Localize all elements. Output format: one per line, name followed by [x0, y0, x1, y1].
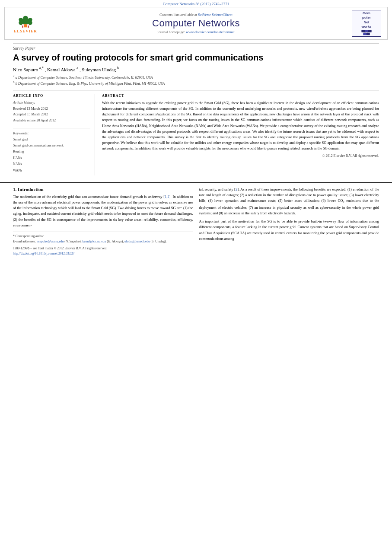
- email-n-name: (N. Saputro),: [64, 239, 82, 243]
- svg-rect-14: [363, 32, 367, 35]
- svg-rect-11: [361, 30, 365, 32]
- svg-point-5: [19, 18, 23, 22]
- journal-header-center: Contents lists available at SciVerse Sci…: [43, 13, 349, 34]
- intro-section-title: 1. Introduction: [13, 187, 193, 192]
- authors-line: Nico Saputro a,* , Kemal Akkaya a , Sule…: [13, 66, 379, 72]
- intro-para2-right: An important part of the motivation for …: [199, 219, 379, 242]
- sciverse-line: Contents lists available at SciVerse Sci…: [43, 13, 349, 17]
- abstract-text: With the recent initiatives to upgrade t…: [102, 100, 379, 152]
- journal-header: ELSEVIER Contents lists available at Sci…: [4, 7, 388, 40]
- doi-text: http://dx.doi.org/10.1016/j.comnet.2012.…: [13, 251, 193, 256]
- journal-title-main: Computer Networks: [43, 18, 349, 29]
- keyword-4: HANs: [13, 155, 90, 161]
- elsevier-logo-area: ELSEVIER: [8, 13, 43, 33]
- history-label: Article history:: [13, 100, 90, 105]
- intro-para1-right: tal, security, and safety [2]. As a resu…: [199, 187, 379, 216]
- keyword-5: NANs: [13, 161, 90, 167]
- svg-point-6: [28, 18, 32, 22]
- author-nico: Nico Saputro: [13, 67, 38, 72]
- available-date: Available online 20 April 2012: [13, 118, 90, 124]
- cn-logo-box: ComputerNetworks: [352, 10, 381, 37]
- keyword-1: Smart grid: [13, 137, 90, 143]
- sciverse-prefix: Contents lists available at: [159, 13, 198, 17]
- keyword-6: WANs: [13, 168, 90, 174]
- keyword-3: Routing: [13, 149, 90, 155]
- intro-para1-left: The modernization of the electricity gri…: [13, 194, 193, 228]
- svg-point-10: [27, 24, 29, 25]
- keywords-section: Keywords: Smart grid Smart grid communic…: [13, 128, 90, 174]
- keyword-2: Smart grid communications network: [13, 143, 90, 149]
- cn-logo-area: ComputerNetworks: [349, 10, 384, 37]
- ref-1[interactable]: 1,2: [165, 194, 169, 199]
- svg-line-18: [367, 32, 368, 32]
- paper-content: Survey Paper A survey of routing protoco…: [0, 40, 392, 179]
- elsevier-text: ELSEVIER: [14, 29, 37, 33]
- svg-rect-15: [367, 32, 370, 35]
- cn-logo-icon: [357, 29, 376, 35]
- main-body: 1. Introduction The modernization of the…: [0, 182, 392, 256]
- svg-rect-13: [368, 30, 372, 32]
- affiliation-a: a a Department of Computer Science, Sout…: [13, 74, 379, 80]
- abstract-copyright: © 2012 Elsevier B.V. All rights reserved…: [102, 154, 379, 158]
- footnote-area: * Corresponding author. E-mail addresses…: [13, 232, 193, 244]
- cn-logo-text: ComputerNetworks: [361, 11, 371, 29]
- article-info-label: ARTICLE INFO: [13, 94, 90, 98]
- article-history: Received 13 March 2012 Accepted 15 March…: [13, 106, 90, 124]
- bottom-issn: 1389-1286/$ – see front matter © 2012 El…: [13, 246, 193, 256]
- email-nsaputro[interactable]: nsaputro@cs.siu.edu: [37, 239, 64, 243]
- abstract-label: ABSTRACT: [102, 94, 379, 98]
- elsevier-tree-icon: [15, 13, 36, 29]
- accepted-date: Accepted 15 March 2012: [13, 111, 90, 118]
- svg-point-4: [23, 16, 28, 20]
- affiliations: a a Department of Computer Science, Sout…: [13, 74, 379, 86]
- journal-homepage: journal homepage: www.elsevier.com/locat…: [43, 30, 349, 34]
- email-kemal[interactable]: kemal@cs.siu.edu: [82, 239, 106, 243]
- email-u-name: (S. Uludag).: [151, 239, 167, 243]
- survey-paper-label: Survey Paper: [13, 43, 379, 51]
- svg-rect-12: [365, 30, 368, 32]
- sciverse-link[interactable]: SciVerse ScienceDirect: [198, 13, 233, 17]
- body-left-col: 1. Introduction The modernization of the…: [13, 187, 193, 256]
- ref-2[interactable]: 2: [236, 187, 237, 191]
- footnote-corresponding: * Corresponding author.: [13, 234, 193, 239]
- paper-title: A survey of routing protocols for smart …: [13, 52, 379, 63]
- issn-text: 1389-1286/$ – see front matter © 2012 El…: [13, 246, 193, 251]
- top-citation: Computer Networks 56 (2012) 2742–2771: [0, 0, 392, 7]
- svg-line-16: [363, 32, 365, 32]
- svg-line-17: [365, 32, 367, 32]
- abstract-col: ABSTRACT With the recent initiatives to …: [102, 94, 379, 175]
- svg-rect-0: [24, 24, 27, 27]
- affiliation-b: b b Department of Computer Science, Eng.…: [13, 80, 379, 86]
- body-right-col: tal, security, and safety [2]. As a resu…: [199, 187, 379, 256]
- citation-text: Computer Networks 56 (2012) 2742–2771: [163, 2, 229, 6]
- email-k-name: (K. Akkaya),: [107, 239, 124, 243]
- keywords-label: Keywords:: [13, 131, 90, 135]
- keywords-list: Smart grid Smart grid communications net…: [13, 137, 90, 174]
- elsevier-logo: ELSEVIER: [8, 13, 43, 33]
- email-label: E-mail addresses:: [13, 239, 37, 243]
- article-info-col: ARTICLE INFO Article history: Received 1…: [13, 94, 95, 175]
- doi-link[interactable]: http://dx.doi.org/10.1016/j.comnet.2012.…: [13, 252, 75, 255]
- svg-point-9: [22, 24, 23, 25]
- homepage-link[interactable]: www.elsevier.com/locate/comnet: [186, 30, 235, 34]
- received-date: Received 13 March 2012: [13, 106, 90, 112]
- footnote-emails: E-mail addresses: nsaputro@cs.siu.edu (N…: [13, 239, 193, 244]
- email-uludag[interactable]: uludag@umich.edu: [124, 239, 150, 243]
- article-info-abstract-section: ARTICLE INFO Article history: Received 1…: [13, 90, 379, 175]
